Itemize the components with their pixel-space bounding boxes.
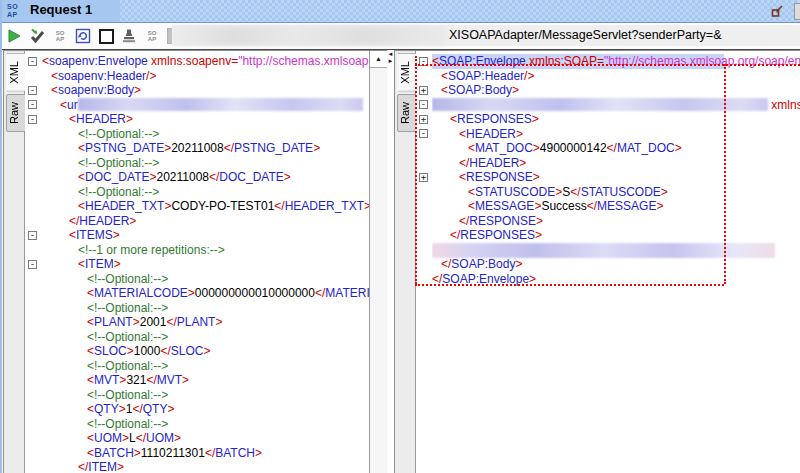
xml-token: BATCH	[215, 446, 255, 460]
xml-token: <	[459, 170, 466, 184]
xml-line: </ITEM>	[42, 460, 369, 473]
xml-token: <	[468, 199, 475, 213]
soap-icon[interactable]: SOAP	[52, 28, 68, 44]
xml-token: 000000000010000000	[195, 286, 315, 300]
scroll-up-button[interactable]: ▲	[370, 51, 387, 68]
fold-toggle[interactable]: -	[28, 260, 37, 269]
fold-toggle[interactable]: -	[419, 129, 428, 138]
xml-token: 20211008	[156, 170, 209, 184]
xml-line: <!--Optional:-->	[42, 330, 369, 345]
xml-line: <SOAP:Header/>	[432, 69, 800, 84]
xml-line: <ITEMS>	[42, 228, 369, 243]
fold-toggle[interactable]: +	[419, 173, 428, 182]
xml-token: <	[51, 69, 58, 83]
add-assertion-icon[interactable]	[29, 28, 45, 44]
fold-toggle[interactable]: -	[28, 231, 37, 240]
xml-token: PSTNG_DATE	[85, 141, 164, 155]
fold-toggle[interactable]: -	[419, 57, 428, 66]
fold-toggle[interactable]: -	[28, 57, 37, 66]
response-xml-content[interactable]: <SOAP:Envelope xmlns:SOAP="http://schema…	[432, 54, 800, 473]
xml-token: >	[134, 83, 141, 97]
xml-line: <soapenv:Envelope xmlns:soapenv="http://…	[42, 54, 369, 69]
soap-icon-line2: AP	[7, 11, 18, 19]
redacted-text	[78, 98, 363, 111]
xml-token: <!--Optional:-->	[87, 301, 168, 315]
redacted-text	[432, 98, 768, 111]
xml-token: </	[432, 272, 442, 286]
window-titlebar[interactable]: SO AP Request 1	[2, 0, 800, 23]
xml-line: <PLANT>2001</PLANT>	[42, 315, 369, 330]
tab-xml[interactable]: XML	[6, 53, 27, 92]
fold-toggle[interactable]: -	[28, 86, 37, 95]
xml-token: 321	[126, 373, 146, 387]
xml-token: <	[441, 83, 448, 97]
xml-token: </	[315, 286, 325, 300]
xml-token: DOC_DATE	[85, 170, 149, 184]
xml-token: "http://schemas.xmlsoap.org/soap/envelop…	[238, 54, 369, 68]
xml-line: <MVT>321</MVT>	[42, 373, 369, 388]
tab-raw[interactable]: Raw	[6, 94, 27, 132]
xml-line: <!--Optional:-->	[42, 301, 369, 316]
xml-token: MATERIALCODE	[325, 286, 369, 300]
xml-token: xmlns:SOAP=	[526, 54, 604, 68]
xml-line: </SOAP:Body>	[432, 257, 800, 272]
fold-toggle[interactable]: -	[28, 115, 37, 124]
xml-token: >	[203, 344, 210, 358]
xml-line: <MESSAGE>Success</MESSAGE>	[432, 199, 800, 214]
xml-token: <	[468, 185, 475, 199]
xml-token: </	[459, 156, 469, 170]
xml-token: <	[78, 170, 85, 184]
xml-token: PLANT	[94, 315, 133, 329]
xml-token: </	[224, 141, 234, 155]
xml-line: <RESPONSES>	[432, 112, 800, 127]
xml-token: <	[51, 83, 58, 97]
fold-toggle[interactable]: -	[419, 100, 428, 109]
fold-toggle[interactable]: +	[419, 86, 428, 95]
xml-token: HEADER_TXT	[85, 199, 164, 213]
restore-icon[interactable]	[770, 4, 784, 18]
xml-token: <	[69, 112, 76, 126]
collapse-right-icon[interactable]: ►	[387, 58, 394, 64]
xml-token: <!--Optional:-->	[87, 359, 168, 373]
xml-token: MVT	[94, 373, 119, 387]
stop-icon[interactable]	[98, 28, 114, 44]
xml-token: </	[441, 257, 451, 271]
fold-toggle[interactable]: +	[419, 115, 428, 124]
request-toolbar: SOAP SOAP	[2, 23, 800, 50]
stamp-icon[interactable]	[121, 28, 137, 44]
xml-token: </	[587, 199, 597, 213]
xml-token: >	[519, 156, 526, 170]
endpoint-url-text: XISOAPAdapter/MessageServlet?senderParty…	[449, 28, 721, 42]
xml-token: <!--Optional:-->	[78, 127, 159, 141]
xml-token: <!--Optional:-->	[87, 388, 168, 402]
submit-request-icon[interactable]	[6, 28, 22, 44]
collapse-left-icon[interactable]: ◄	[387, 51, 394, 57]
xml-line: <HEADER>	[432, 127, 800, 142]
xml-token: QTY	[143, 402, 168, 416]
xml-token: <	[42, 54, 49, 68]
soap-icon[interactable]: SOAP	[144, 28, 160, 44]
panel-splitter[interactable]: ◄ ►	[387, 50, 394, 473]
response-editor: XML Raw -+-+-+ <SOAP:Envelope xmlns:SOAP…	[394, 50, 800, 473]
endpoint-url-field[interactable]: XISOAPAdapter/MessageServlet?senderParty…	[172, 25, 800, 46]
tab-raw[interactable]: Raw	[397, 94, 418, 132]
xml-token: >	[284, 170, 291, 184]
xml-token: >	[313, 141, 320, 155]
xml-token: MAT_DOC	[617, 141, 675, 155]
xml-line: <RESPONSE>	[432, 170, 800, 185]
xml-token: >	[127, 344, 134, 358]
vertical-scrollbar[interactable]: ▲	[369, 51, 387, 473]
recreate-request-icon[interactable]	[75, 28, 91, 44]
xml-token: >	[675, 141, 682, 155]
xml-token: soapenv:Header	[58, 69, 146, 83]
tab-xml[interactable]: XML	[397, 53, 418, 92]
xml-line: <soapenv:Header/>	[42, 69, 369, 84]
window-title: Request 1	[30, 2, 92, 17]
xml-line: <!--1 or more repetitions:-->	[42, 243, 369, 258]
xml-token: >	[188, 286, 195, 300]
xml-token: </	[205, 446, 215, 460]
xml-token: SOAP:Header	[448, 69, 524, 83]
fold-toggle[interactable]: -	[28, 100, 37, 109]
request-xml-content[interactable]: <soapenv:Envelope xmlns:soapenv="http://…	[42, 54, 369, 473]
xml-line: </RESPONSE>	[432, 214, 800, 229]
